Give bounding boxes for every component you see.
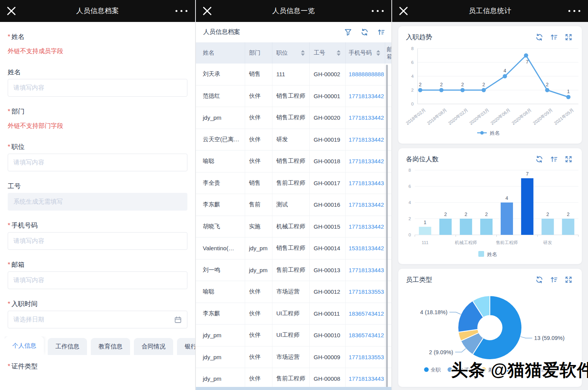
- sort-toggle-icon[interactable]: [376, 50, 380, 56]
- table-row[interactable]: 云天空(已离…伙伴研发GH-0001917718133442: [196, 129, 391, 151]
- required-asterisk: *: [8, 33, 10, 40]
- table-title: 人员信息档案: [203, 28, 336, 36]
- tab-4[interactable]: 合同情况: [134, 338, 173, 355]
- svg-text:2021年05月: 2021年05月: [553, 107, 575, 126]
- table-cell: 17718133553: [346, 281, 385, 303]
- table-cell: 喻聪: [196, 281, 245, 303]
- expand-icon[interactable]: [565, 155, 573, 163]
- text-input[interactable]: 请填写内容: [8, 232, 187, 250]
- table-row[interactable]: 刘一鸣jdy_pm售前工程师GH-0001317718133443: [196, 259, 391, 281]
- table-row[interactable]: 胡晓飞实施机械工程师GH-0001517718133442: [196, 216, 391, 238]
- field-label-text: 姓名: [8, 69, 21, 76]
- table-cell: 刘一鸣: [196, 259, 245, 281]
- table-row[interactable]: 喻聪伙伴销售工程师GH-0001817718133442: [196, 151, 391, 172]
- table-cell: 刘天承: [196, 64, 245, 85]
- tab-1[interactable]: 个人信息: [5, 336, 44, 355]
- sort-ascending-icon[interactable]: [550, 276, 558, 284]
- text-input-disabled[interactable]: 系统生成无需填写: [8, 193, 187, 211]
- table-row[interactable]: jdy_pm伙伴UI工程师GH-0001018365743412: [196, 325, 391, 346]
- refresh-icon[interactable]: [535, 155, 543, 163]
- column-header-3[interactable]: 职位: [272, 42, 310, 64]
- close-icon[interactable]: [203, 0, 218, 22]
- page-title: 人员信息档案: [23, 0, 172, 22]
- svg-text:7: 7: [526, 59, 529, 65]
- table-cell: 云天空(已离…: [196, 129, 245, 151]
- table-cell: GH-00016: [310, 194, 346, 216]
- required-asterisk: *: [8, 143, 10, 151]
- column-header-4[interactable]: 工号: [310, 42, 346, 64]
- svg-text:研发: 研发: [543, 240, 552, 245]
- column-header-5[interactable]: 手机号码: [346, 42, 385, 64]
- table-cell: 17718133443: [346, 172, 385, 194]
- input-placeholder: 请填写内容: [13, 276, 44, 285]
- table-row[interactable]: Valentino(…jdy_pm销售工程师GH-000141531813344…: [196, 238, 391, 259]
- table-row[interactable]: jdy_pm伙伴销售工程师GH-0002017718133442: [196, 107, 391, 129]
- sort-ascending-icon[interactable]: [550, 155, 558, 163]
- menu-dots-icon[interactable]: [568, 0, 580, 22]
- close-icon[interactable]: [399, 0, 414, 22]
- sort-toggle-icon[interactable]: [301, 50, 305, 56]
- stats-panel: 员工信息统计 入职趋势 02468222247212018年02月2018年08…: [392, 0, 588, 390]
- column-header-1: 姓名: [196, 42, 245, 64]
- expand-icon[interactable]: [565, 33, 573, 41]
- table-toolbar: 人员信息档案: [196, 22, 391, 42]
- text-input[interactable]: 请选择日期: [8, 311, 187, 328]
- svg-text:售前工程师: 售前工程师: [496, 240, 518, 245]
- table-cell: 喻聪: [196, 151, 245, 172]
- svg-text:2: 2: [411, 88, 414, 92]
- refresh-icon[interactable]: [535, 276, 543, 284]
- expand-icon[interactable]: [565, 276, 573, 284]
- sort-ascending-icon[interactable]: [550, 33, 558, 41]
- table-cell: 售前: [245, 194, 272, 216]
- table-cell: 伙伴: [245, 151, 272, 172]
- table-row[interactable]: 李东麒伙伴UI工程师GH-0001118365743412: [196, 303, 391, 325]
- table-cell: jdy_pm: [196, 368, 245, 390]
- filter-icon[interactable]: [344, 28, 352, 36]
- sort-toggle-icon[interactable]: [337, 50, 341, 56]
- close-icon[interactable]: [7, 0, 22, 22]
- table-row[interactable]: 刘天承销售111GH-0000218888888888: [196, 64, 391, 85]
- table-cell: 18888888888: [346, 64, 385, 85]
- table-row[interactable]: 喻聪伙伴市场运营GH-0001217718133553: [196, 281, 391, 303]
- table-row[interactable]: 李全贵销售售前工程师GH-0001717718133443: [196, 172, 391, 194]
- svg-text:2 (9.09%): 2 (9.09%): [429, 349, 453, 355]
- text-input[interactable]: 请填写内容: [8, 271, 187, 289]
- refresh-icon[interactable]: [535, 33, 543, 41]
- column-header-label: 手机号码: [349, 49, 372, 57]
- sort-ascending-icon[interactable]: [377, 28, 385, 36]
- refresh-icon[interactable]: [361, 28, 369, 36]
- svg-text:2: 2: [461, 82, 464, 87]
- table-cell: 市场运营: [272, 281, 310, 303]
- menu-dots-icon[interactable]: [372, 0, 384, 22]
- list-panel: 人员信息一览 人员信息档案 姓名部门职位工号手机号码邮箱刘天承销售111GH-0…: [196, 0, 391, 390]
- tab-3[interactable]: 教育信息: [91, 338, 130, 355]
- tab-5[interactable]: 银行信息: [177, 338, 195, 355]
- table-cell: GH-00015: [310, 216, 346, 238]
- required-asterisk: *: [8, 363, 10, 370]
- table-cell: 伙伴: [245, 129, 272, 151]
- column-header-2: 部门: [245, 42, 272, 64]
- table-row[interactable]: 范德红伙伴销售工程师GH-0000117718133442: [196, 85, 391, 107]
- chart-title: 员工类型: [406, 275, 535, 284]
- tab-2[interactable]: 工作信息: [48, 338, 87, 355]
- column-header-label: 姓名: [203, 49, 214, 57]
- text-input[interactable]: 请填写内容: [8, 79, 187, 97]
- column-header-6: 邮箱: [385, 42, 391, 64]
- menu-dots-icon[interactable]: [175, 0, 187, 22]
- text-input[interactable]: 请填写内容: [8, 154, 187, 171]
- table-cell: GH-00009: [310, 346, 346, 368]
- close-icon: [7, 7, 16, 15]
- column-header-label: 邮箱: [387, 46, 391, 60]
- required-asterisk: *: [8, 300, 10, 308]
- svg-text:2: 2: [546, 212, 549, 217]
- table-row[interactable]: jdy_pm伙伴市场运营GH-0000917718133553: [196, 346, 391, 368]
- table-cell: 售前工程师: [272, 368, 310, 390]
- table-cell: 伙伴: [245, 346, 272, 368]
- sort-down-arrow: [376, 54, 380, 56]
- table-scrollbar[interactable]: [386, 65, 388, 387]
- table-cell: 15318133442: [346, 238, 385, 259]
- svg-text:13 (59.09%): 13 (59.09%): [534, 335, 565, 341]
- stats-appbar: 员工信息统计: [392, 0, 588, 22]
- calendar-icon[interactable]: [174, 316, 182, 324]
- table-row[interactable]: 李东麒售前测试GH-0001617718133442: [196, 194, 391, 216]
